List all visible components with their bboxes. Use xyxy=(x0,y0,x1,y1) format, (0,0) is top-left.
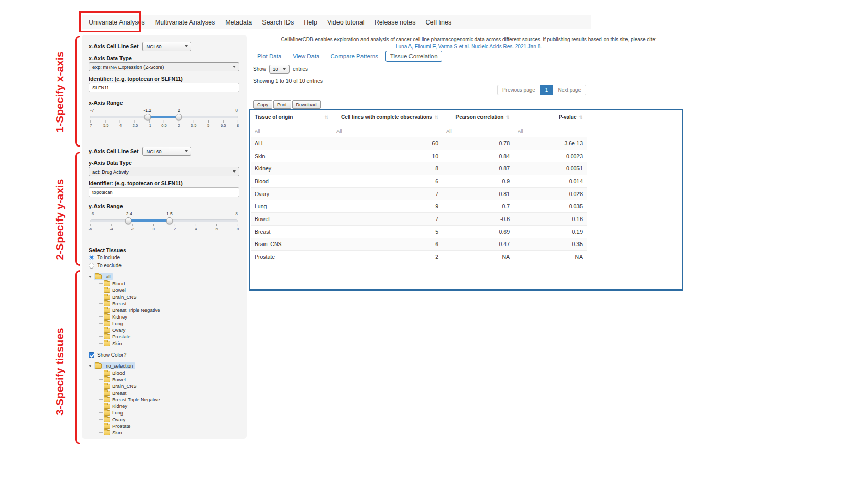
previous-page-button[interactable]: Previous page xyxy=(497,85,540,95)
tree-item-breast-triple-negative[interactable]: Breast Triple Negative xyxy=(99,396,239,403)
column-header-cell-lines-with-complete-observations[interactable]: Cell lines with complete observations⇅ xyxy=(332,114,442,120)
dt-buttons: CopyPrintDownload xyxy=(253,100,321,109)
tree-item-breast[interactable]: Breast xyxy=(99,389,239,396)
cell-value: 0.014 xyxy=(514,178,587,184)
next-page-button[interactable]: Next page xyxy=(553,85,586,95)
x-range-slider[interactable]: -7 8 -1.2 2 -7-5.5-4-2.5-10.523.556.58 xyxy=(90,114,238,120)
tree-item-lung[interactable]: Lung xyxy=(99,409,239,416)
tree-item-skin[interactable]: Skin xyxy=(99,340,239,347)
folder-icon xyxy=(104,404,110,409)
filter-input-p-value[interactable] xyxy=(517,127,570,135)
color-tree-root[interactable]: no_selection xyxy=(89,362,239,370)
nav-item-metadata[interactable]: Metadata xyxy=(220,19,257,26)
annotation-step3-bracket xyxy=(75,270,80,444)
tree-item-bowel[interactable]: Bowel xyxy=(99,376,239,383)
result-tabs: Plot DataView DataCompare PatternsTissue… xyxy=(253,51,442,62)
tree-item-brain-cns[interactable]: Brain_CNS xyxy=(99,294,239,300)
page-1-button[interactable]: 1 xyxy=(540,85,553,95)
select-value: 10 xyxy=(273,66,278,72)
tree-item-lung[interactable]: Lung xyxy=(99,320,239,327)
tree-root-node[interactable]: all xyxy=(94,273,113,280)
y-cell-line-set-select[interactable]: NCI-60 xyxy=(142,147,191,156)
radio-unchecked-icon[interactable] xyxy=(89,263,94,269)
y-data-type-select[interactable]: act: Drug Activity xyxy=(89,167,239,176)
tree-root-node[interactable]: no_selection xyxy=(94,362,135,369)
tab-compare-patterns[interactable]: Compare Patterns xyxy=(327,51,382,61)
filter-cell xyxy=(514,126,587,135)
tree-item-label: Prostate xyxy=(112,334,130,339)
tree-item-ovary[interactable]: Ovary xyxy=(99,327,239,333)
checkbox-checked-icon[interactable] xyxy=(89,352,94,358)
download-button[interactable]: Download xyxy=(292,100,321,109)
radio-to-include[interactable]: To include xyxy=(89,253,239,261)
tree-item-prostate[interactable]: Prostate xyxy=(99,333,239,340)
nav-item-cell-lines[interactable]: Cell lines xyxy=(421,19,457,26)
x-cell-line-set-select[interactable]: NCI-60 xyxy=(142,42,191,51)
table-row-breast: Breast50.690.19 xyxy=(251,226,587,238)
column-header-label: P-value xyxy=(559,114,577,120)
tree-item-kidney[interactable]: Kidney xyxy=(99,313,239,320)
tick-label: -5.5 xyxy=(102,123,108,128)
tree-item-prostate[interactable]: Prostate xyxy=(99,423,239,429)
show-color-checkbox-row[interactable]: Show Color? xyxy=(89,351,239,359)
copy-button[interactable]: Copy xyxy=(253,100,272,109)
citation-link[interactable]: Luna A, Elloumi F, Varma S et al. Nuclei… xyxy=(250,44,687,50)
nav-item-help[interactable]: Help xyxy=(299,19,322,26)
tab-view-data[interactable]: View Data xyxy=(288,51,323,61)
column-header-label: Pearson correlation xyxy=(456,114,504,120)
slider-tick: -7 xyxy=(89,120,92,128)
slider-handle-from[interactable] xyxy=(144,114,151,120)
cell-tissue: Kidney xyxy=(251,165,332,172)
tree-item-blood[interactable]: Blood xyxy=(99,370,239,376)
chevron-down-icon xyxy=(185,150,188,152)
expand-icon[interactable] xyxy=(89,276,92,278)
nav-item-search-ids[interactable]: Search IDs xyxy=(257,19,299,26)
table-row-brain-cns: Brain_CNS60.470.35 xyxy=(251,238,587,251)
column-header-tissue-of-origin[interactable]: Tissue of origin⇅ xyxy=(251,114,332,120)
column-header-pearson-correlation[interactable]: Pearson correlation⇅ xyxy=(442,114,514,120)
slider-tick: 2 xyxy=(178,120,180,128)
filter-input-tissue-of-origin[interactable] xyxy=(254,127,307,135)
entries-select[interactable]: 10 xyxy=(269,65,290,74)
select-value: NCI-60 xyxy=(146,44,161,50)
y-cell-line-set-row: y-Axis Cell Line Set NCI-60 xyxy=(89,147,239,156)
tree-item-label: Breast Triple Negative xyxy=(112,397,160,402)
tab-plot-data[interactable]: Plot Data xyxy=(253,51,285,61)
filter-input-cell-lines-with-complete-observations[interactable] xyxy=(335,127,389,135)
tree-item-skin[interactable]: Skin xyxy=(99,429,239,436)
print-button[interactable]: Print xyxy=(273,100,291,109)
cell-value: 9 xyxy=(332,203,442,209)
slider-max-label: 8 xyxy=(235,108,238,113)
tree-item-ovary[interactable]: Ovary xyxy=(99,416,239,423)
slider-handle-from[interactable] xyxy=(125,217,132,224)
filter-input-pearson-correlation[interactable] xyxy=(445,127,498,135)
slider-tick: 0 xyxy=(153,224,155,231)
tree-item-label: Prostate xyxy=(112,423,130,429)
slider-handle-to[interactable] xyxy=(176,114,182,120)
x-identifier-input[interactable] xyxy=(89,83,239,92)
x-data-type-select[interactable]: exp: mRNA Expression (Z-Score) xyxy=(89,62,239,71)
slider-handle-to[interactable] xyxy=(166,217,173,224)
folder-icon xyxy=(104,377,110,382)
tree-item-bowel[interactable]: Bowel xyxy=(99,287,239,294)
nav-item-video-tutorial[interactable]: Video tutorial xyxy=(322,19,370,26)
column-header-p-value[interactable]: P-value⇅ xyxy=(514,114,587,120)
radio-checked-icon[interactable] xyxy=(89,255,94,260)
tree-item-brain-cns[interactable]: Brain_CNS xyxy=(99,383,239,389)
nav-item-multivariate-analyses[interactable]: Multivariate Analyses xyxy=(150,19,220,26)
tree-item-breast-triple-negative[interactable]: Breast Triple Negative xyxy=(99,307,239,313)
radio-to-exclude[interactable]: To exclude xyxy=(89,261,239,270)
nav-item-release-notes[interactable]: Release notes xyxy=(370,19,421,26)
tab-tissue-correlation[interactable]: Tissue Correlation xyxy=(385,51,442,62)
tree-item-breast[interactable]: Breast xyxy=(99,300,239,307)
slider-active-bar xyxy=(148,116,179,118)
tick-label: -1 xyxy=(148,123,151,128)
slider-tick: 6.5 xyxy=(221,120,226,128)
tree-item-kidney[interactable]: Kidney xyxy=(99,403,239,409)
y-identifier-input[interactable] xyxy=(89,187,239,197)
include-tree-root[interactable]: all xyxy=(89,273,239,280)
expand-icon[interactable] xyxy=(89,365,92,367)
tree-item-blood[interactable]: Blood xyxy=(99,280,239,287)
tick-label: 2 xyxy=(178,123,180,128)
y-range-slider[interactable]: -6 8 -2.4 1.5 -6-4-202468 xyxy=(90,217,238,224)
